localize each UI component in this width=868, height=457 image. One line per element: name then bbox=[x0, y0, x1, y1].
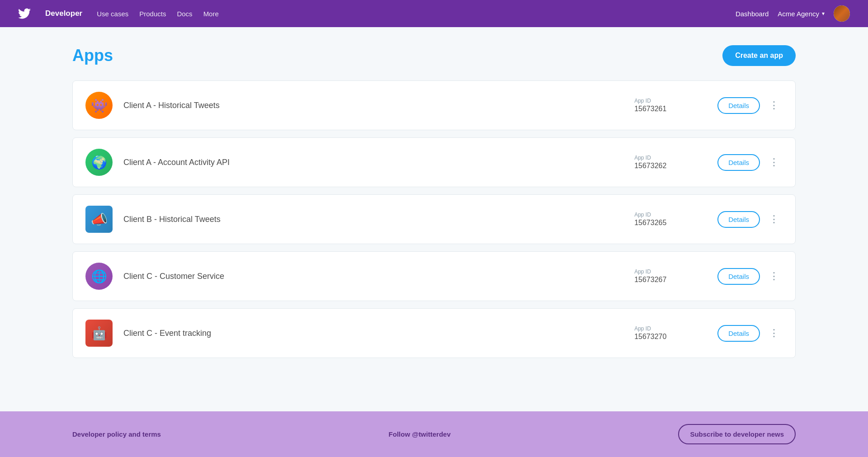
nav-right: Dashboard Acme Agency ▾ bbox=[736, 5, 850, 22]
nav-more[interactable]: More bbox=[203, 10, 219, 18]
follow-link[interactable]: Follow @twitterdev bbox=[389, 430, 451, 438]
app-list: 👾 Client A - Historical Tweets App ID 15… bbox=[72, 80, 796, 358]
app-icon: 👾 bbox=[85, 92, 113, 119]
app-name: Client A - Historical Tweets bbox=[123, 101, 623, 110]
app-id-label: App ID bbox=[634, 269, 707, 275]
page-title: Apps bbox=[72, 46, 113, 65]
more-options-button[interactable]: ⋮ bbox=[765, 155, 783, 169]
app-id-label: App ID bbox=[634, 98, 707, 104]
more-options-button[interactable]: ⋮ bbox=[765, 212, 783, 226]
twitter-logo[interactable] bbox=[18, 7, 31, 20]
more-options-button[interactable]: ⋮ bbox=[765, 269, 783, 283]
page-header: Apps Create an app bbox=[72, 45, 796, 66]
app-icon: 📣 bbox=[85, 206, 113, 233]
app-id-value: 15673267 bbox=[634, 276, 707, 284]
top-nav: Developer Use cases Products Docs More D… bbox=[0, 0, 868, 27]
app-name: Client C - Event tracking bbox=[123, 329, 623, 338]
app-id-block: App ID 15673270 bbox=[634, 325, 707, 341]
app-card: 🤖 Client C - Event tracking App ID 15673… bbox=[72, 308, 796, 358]
app-actions: Details ⋮ bbox=[717, 211, 783, 228]
details-button[interactable]: Details bbox=[717, 268, 760, 285]
app-actions: Details ⋮ bbox=[717, 97, 783, 114]
nav-docs[interactable]: Docs bbox=[177, 10, 192, 18]
app-id-value: 15673270 bbox=[634, 333, 707, 341]
app-id-value: 15673265 bbox=[634, 219, 707, 227]
nav-products[interactable]: Products bbox=[139, 10, 166, 18]
app-name: Client B - Historical Tweets bbox=[123, 215, 623, 224]
nav-use-cases[interactable]: Use cases bbox=[97, 10, 128, 18]
app-actions: Details ⋮ bbox=[717, 325, 783, 342]
app-name: Client A - Account Activity API bbox=[123, 158, 623, 167]
subscribe-button[interactable]: Subscribe to developer news bbox=[678, 424, 796, 444]
details-button[interactable]: Details bbox=[717, 325, 760, 342]
app-id-block: App ID 15673261 bbox=[634, 98, 707, 113]
app-actions: Details ⋮ bbox=[717, 268, 783, 285]
more-options-button[interactable]: ⋮ bbox=[765, 99, 783, 112]
more-options-button[interactable]: ⋮ bbox=[765, 326, 783, 340]
avatar-image bbox=[834, 5, 850, 22]
account-label: Acme Agency bbox=[778, 10, 819, 18]
app-id-value: 15673262 bbox=[634, 162, 707, 170]
app-id-block: App ID 15673267 bbox=[634, 269, 707, 284]
app-name: Client C - Customer Service bbox=[123, 272, 623, 281]
policy-link[interactable]: Developer policy and terms bbox=[72, 430, 161, 438]
app-card: 🌍 Client A - Account Activity API App ID… bbox=[72, 137, 796, 187]
app-icon: 🌍 bbox=[85, 149, 113, 176]
details-button[interactable]: Details bbox=[717, 97, 760, 114]
app-id-label: App ID bbox=[634, 325, 707, 332]
app-actions: Details ⋮ bbox=[717, 154, 783, 171]
nav-links: Use cases Products Docs More bbox=[97, 10, 721, 18]
details-button[interactable]: Details bbox=[717, 211, 760, 228]
main-content: Apps Create an app 👾 Client A - Historic… bbox=[0, 27, 868, 411]
app-icon: 🌐 bbox=[85, 263, 113, 290]
app-card: 🌐 Client C - Customer Service App ID 156… bbox=[72, 251, 796, 301]
app-card: 👾 Client A - Historical Tweets App ID 15… bbox=[72, 80, 796, 130]
details-button[interactable]: Details bbox=[717, 154, 760, 171]
app-id-value: 15673261 bbox=[634, 105, 707, 113]
app-icon: 🤖 bbox=[85, 320, 113, 347]
account-menu[interactable]: Acme Agency ▾ bbox=[778, 10, 825, 18]
app-card: 📣 Client B - Historical Tweets App ID 15… bbox=[72, 194, 796, 244]
dashboard-link[interactable]: Dashboard bbox=[736, 10, 769, 18]
chevron-down-icon: ▾ bbox=[822, 10, 825, 17]
app-id-block: App ID 15673262 bbox=[634, 155, 707, 170]
app-id-label: App ID bbox=[634, 155, 707, 161]
footer: Developer policy and terms Follow @twitt… bbox=[0, 411, 868, 457]
create-app-button[interactable]: Create an app bbox=[722, 45, 796, 66]
avatar[interactable] bbox=[834, 5, 850, 22]
app-id-block: App ID 15673265 bbox=[634, 212, 707, 227]
app-id-label: App ID bbox=[634, 212, 707, 218]
brand-label: Developer bbox=[45, 9, 82, 18]
